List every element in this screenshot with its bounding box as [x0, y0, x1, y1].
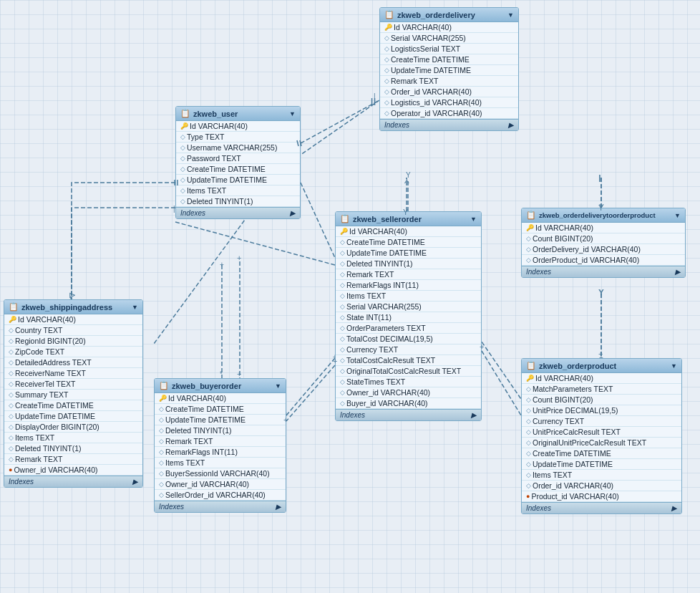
footer-arrow-shipping[interactable]: ▶ [132, 478, 138, 486]
row-sa-15: ●Owner_id VARCHAR(40) [4, 465, 142, 476]
chevron-shipping[interactable]: ▼ [132, 304, 138, 311]
idx-sa-13: ◇ [9, 445, 14, 452]
idx-so-16: ◇ [340, 389, 345, 396]
idx-sa-9: ◇ [9, 402, 14, 409]
table-icon-orderproduct: 📋 [526, 361, 536, 370]
chevron-user[interactable]: ▼ [289, 110, 296, 117]
svg-text:|: | [374, 92, 376, 100]
row-sa-5: ◇DetailedAddress TEXT [4, 357, 142, 368]
idx-so-13: ◇ [340, 357, 345, 364]
table-title-odtoop: zkweb_orderdeliverytoorderproduct [539, 211, 656, 219]
idx-user-4: ◇ [180, 155, 185, 162]
table-header-odtoop[interactable]: 📋 zkweb_orderdeliverytoorderproduct ▼ [522, 208, 685, 223]
footer-arrow-odtoop[interactable]: ▶ [675, 268, 681, 276]
table-zkweb-buyerorder: 📋 zkweb_buyerorder ▼ 🔑Id VARCHAR(40) ◇Cr… [154, 378, 286, 513]
row-so-10: ◇OrderParameters TEXT [336, 323, 481, 334]
svg-text:|: | [371, 97, 373, 105]
idx-so-5: ◇ [340, 271, 345, 278]
svg-text:Y: Y [404, 176, 409, 185]
footer-arrow-buyerorder[interactable]: ▶ [276, 503, 281, 511]
idx-so-11: ◇ [340, 335, 345, 342]
idx-bo-6: ◇ [159, 448, 164, 455]
table-header-buyerorder[interactable]: 📋 zkweb_buyerorder ▼ [155, 379, 286, 393]
chevron-sellerorder[interactable]: ▼ [470, 216, 477, 223]
chevron-orderproduct[interactable]: ▼ [671, 362, 677, 370]
row-sa-4: ◇ZipCode TEXT [4, 347, 142, 357]
idx-bo-9: ◇ [159, 481, 164, 488]
row-bo-4: ◇Deleted TINYINT(1) [155, 425, 286, 436]
idx-so-14: ◇ [340, 367, 345, 375]
footer-orderproduct[interactable]: Indexes ▶ [522, 502, 681, 514]
idx-so-15: ◇ [340, 378, 345, 385]
idx-op-9: ◇ [526, 461, 531, 468]
chevron-orderdelivery[interactable]: ▼ [507, 11, 514, 19]
row-user-4: ◇Password TEXT [176, 153, 300, 164]
table-header-shipping[interactable]: 📋 zkweb_shippingaddress ▼ [4, 300, 142, 314]
table-header-orderproduct[interactable]: 📋 zkweb_orderproduct ▼ [522, 359, 681, 373]
footer-arrow-orderproduct[interactable]: ▶ [671, 504, 677, 512]
row-op-10: ◇Items TEXT [522, 470, 681, 481]
table-zkweb-orderdelivery: 📋 zkweb_orderdelivery ▼ 🔑Id VARCHAR(40) … [379, 7, 519, 131]
idx-sa-11: ◇ [9, 423, 14, 430]
row-orderdelivery-7: ◇Order_id VARCHAR(40) [380, 87, 518, 97]
table-header-user[interactable]: 📋 zkweb_user ▼ [176, 107, 300, 121]
footer-sellerorder[interactable]: Indexes ▶ [336, 409, 481, 420]
idx-so-7: ◇ [340, 292, 345, 299]
pk-op-1: 🔑 [526, 375, 534, 382]
pk-icon-1: 🔑 [384, 24, 392, 31]
idx-user-7: ◇ [180, 187, 185, 194]
chevron-buyerorder[interactable]: ▼ [275, 382, 281, 390]
footer-user[interactable]: Indexes ▶ [176, 207, 300, 218]
row-op-6: ◇UnitPriceCalcResult TEXT [522, 427, 681, 438]
idx-sa-10: ◇ [9, 413, 14, 420]
idx-user-8: ◇ [180, 198, 185, 205]
row-bo-6: ◇RemarkFlags INT(11) [155, 447, 286, 458]
idx-odtoop-3: ◇ [526, 246, 531, 253]
svg-text:Y: Y [406, 171, 411, 179]
idx-so-3: ◇ [340, 249, 345, 256]
footer-shipping[interactable]: Indexes ▶ [4, 476, 142, 487]
idx-so-12: ◇ [340, 346, 345, 353]
svg-text:+: + [237, 370, 241, 378]
svg-text:Y: Y [599, 289, 604, 296]
idx-op-4: ◇ [526, 407, 531, 414]
idx-icon-6: ◇ [384, 77, 389, 85]
row-odtoop-4: ◇OrderProduct_id VARCHAR(40) [522, 255, 685, 266]
table-header-sellerorder[interactable]: 📋 zkweb_sellerorder ▼ [336, 212, 481, 226]
table-title-shipping: zkweb_shippingaddress [21, 303, 112, 312]
row-sa-6: ◇ReceiverName TEXT [4, 368, 142, 379]
footer-label-odtoop: Indexes [526, 268, 551, 276]
idx-op-10: ◇ [526, 471, 531, 478]
footer-orderdelivery[interactable]: Indexes ▶ [380, 119, 518, 130]
svg-text:+: + [220, 261, 224, 269]
row-orderdelivery-1: 🔑Id VARCHAR(40) [380, 22, 518, 33]
table-zkweb-orderdeliverytoorderproduct: 📋 zkweb_orderdeliverytoorderproduct ▼ 🔑I… [521, 208, 686, 278]
footer-odtoop[interactable]: Indexes ▶ [522, 266, 685, 277]
idx-bo-8: ◇ [159, 470, 164, 477]
row-sa-13: ◇Deleted TINYINT(1) [4, 443, 142, 454]
footer-arrow-user[interactable]: ▶ [290, 209, 296, 217]
footer-arrow-orderdelivery[interactable]: ▶ [508, 121, 514, 129]
table-icon-orderdelivery: 📋 [384, 10, 394, 19]
idx-sa-4: ◇ [9, 348, 14, 355]
idx-op-11: ◇ [526, 482, 531, 489]
row-user-1: 🔑Id VARCHAR(40) [176, 121, 300, 132]
table-header-orderdelivery[interactable]: 📋 zkweb_orderdelivery ▼ [380, 8, 518, 22]
row-op-8: ◇CreateTime DATETIME [522, 448, 681, 459]
svg-text:⊳: ⊳ [69, 290, 76, 300]
row-bo-10: ◇SellerOrder_id VARCHAR(40) [155, 490, 286, 501]
idx-icon-3: ◇ [384, 45, 389, 52]
idx-icon-2: ◇ [384, 34, 389, 42]
svg-text:+: + [598, 349, 603, 358]
row-op-7: ◇OriginalUnitPriceCalcResult TEXT [522, 438, 681, 448]
row-orderdelivery-8: ◇Logistics_id VARCHAR(40) [380, 97, 518, 108]
chevron-odtoop[interactable]: ▼ [674, 212, 681, 219]
footer-arrow-sellerorder[interactable]: ▶ [471, 411, 477, 419]
row-so-3: ◇UpdateTime DATETIME [336, 248, 481, 259]
row-user-5: ◇CreateTime DATETIME [176, 164, 300, 175]
idx-user-6: ◇ [180, 176, 185, 183]
footer-buyerorder[interactable]: Indexes ▶ [155, 501, 286, 512]
row-sa-3: ◇RegionId BIGINT(20) [4, 336, 142, 347]
idx-bo-10: ◇ [159, 491, 164, 498]
idx-icon-7: ◇ [384, 88, 389, 95]
